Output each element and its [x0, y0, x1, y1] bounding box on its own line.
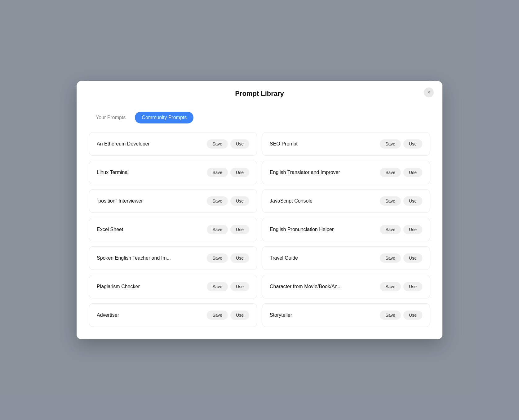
prompt-name: English Translator and Improver [270, 170, 340, 175]
prompt-actions: SaveUse [380, 282, 422, 291]
save-prompt-button[interactable]: Save [380, 168, 401, 177]
save-prompt-button[interactable]: Save [207, 311, 228, 320]
prompt-card: `position` InterviewerSaveUse [89, 189, 257, 213]
close-button[interactable]: × [424, 87, 434, 97]
use-prompt-button[interactable]: Use [230, 225, 249, 234]
prompt-actions: SaveUse [380, 253, 422, 263]
prompts-grid: An Ethereum DeveloperSaveUseSEO PromptSa… [89, 132, 430, 327]
use-prompt-button[interactable]: Use [403, 253, 422, 263]
prompt-card: SEO PromptSaveUse [262, 132, 430, 156]
use-prompt-button[interactable]: Use [403, 311, 422, 320]
prompt-name: JavaScript Console [270, 198, 313, 204]
prompt-actions: SaveUse [207, 225, 249, 234]
save-prompt-button[interactable]: Save [380, 253, 401, 263]
prompt-name: `position` Interviewer [97, 198, 143, 204]
save-prompt-button[interactable]: Save [207, 282, 228, 291]
use-prompt-button[interactable]: Use [403, 196, 422, 206]
prompt-actions: SaveUse [380, 311, 422, 320]
use-prompt-button[interactable]: Use [230, 196, 249, 206]
use-prompt-button[interactable]: Use [403, 282, 422, 291]
prompt-name: Plagiarism Checker [97, 284, 140, 289]
prompt-name: Advertiser [97, 312, 119, 318]
use-prompt-button[interactable]: Use [230, 253, 249, 263]
prompt-name: Linux Terminal [97, 170, 129, 175]
prompt-card: English Translator and ImproverSaveUse [262, 161, 430, 184]
prompt-name: Travel Guide [270, 255, 298, 261]
prompt-card: An Ethereum DeveloperSaveUse [89, 132, 257, 156]
use-prompt-button[interactable]: Use [403, 168, 422, 177]
prompt-name: Character from Movie/Book/An... [270, 284, 342, 289]
prompt-card: English Pronunciation HelperSaveUse [262, 218, 430, 241]
prompt-actions: SaveUse [207, 196, 249, 206]
prompt-actions: SaveUse [380, 168, 422, 177]
save-prompt-button[interactable]: Save [207, 139, 228, 149]
use-prompt-button[interactable]: Use [230, 139, 249, 149]
prompt-actions: SaveUse [380, 225, 422, 234]
save-prompt-button[interactable]: Save [380, 311, 401, 320]
save-prompt-button[interactable]: Save [207, 225, 228, 234]
modal-body: An Ethereum DeveloperSaveUseSEO PromptSa… [77, 128, 442, 339]
prompt-actions: SaveUse [380, 196, 422, 206]
prompt-actions: SaveUse [380, 139, 422, 149]
prompt-name: English Pronunciation Helper [270, 227, 334, 232]
prompt-name: Storyteller [270, 312, 292, 318]
use-prompt-button[interactable]: Use [403, 225, 422, 234]
save-prompt-button[interactable]: Save [207, 168, 228, 177]
prompt-card: Plagiarism CheckerSaveUse [89, 275, 257, 298]
prompt-card: Excel SheetSaveUse [89, 218, 257, 241]
prompt-card: Travel GuideSaveUse [262, 246, 430, 270]
prompt-actions: SaveUse [207, 253, 249, 263]
save-prompt-button[interactable]: Save [207, 196, 228, 206]
save-prompt-button[interactable]: Save [380, 225, 401, 234]
use-prompt-button[interactable]: Use [230, 311, 249, 320]
prompt-name: An Ethereum Developer [97, 141, 150, 147]
prompt-actions: SaveUse [207, 139, 249, 149]
prompt-name: Excel Sheet [97, 227, 123, 232]
modal-header: Prompt Library × [77, 81, 442, 104]
prompt-name: SEO Prompt [270, 141, 298, 147]
prompt-card: Linux TerminalSaveUse [89, 161, 257, 184]
modal-overlay: Prompt Library × Your Prompts Community … [0, 0, 519, 420]
use-prompt-button[interactable]: Use [230, 282, 249, 291]
prompt-card: Spoken English Teacher and Im...SaveUse [89, 246, 257, 270]
prompt-card: Character from Movie/Book/An...SaveUse [262, 275, 430, 298]
prompt-actions: SaveUse [207, 282, 249, 291]
prompt-library-modal: Prompt Library × Your Prompts Community … [77, 81, 442, 339]
use-prompt-button[interactable]: Use [403, 139, 422, 149]
save-prompt-button[interactable]: Save [380, 139, 401, 149]
use-prompt-button[interactable]: Use [230, 168, 249, 177]
prompt-actions: SaveUse [207, 311, 249, 320]
modal-title: Prompt Library [235, 90, 284, 98]
save-prompt-button[interactable]: Save [380, 196, 401, 206]
tab-your-prompts[interactable]: Your Prompts [89, 112, 132, 123]
save-prompt-button[interactable]: Save [207, 253, 228, 263]
prompt-card: JavaScript ConsoleSaveUse [262, 189, 430, 213]
prompt-name: Spoken English Teacher and Im... [97, 255, 171, 261]
prompt-card: AdvertiserSaveUse [89, 303, 257, 327]
tab-community-prompts[interactable]: Community Prompts [135, 112, 193, 123]
prompt-actions: SaveUse [207, 168, 249, 177]
tabs-row: Your Prompts Community Prompts [77, 104, 442, 128]
save-prompt-button[interactable]: Save [380, 282, 401, 291]
prompt-card: StorytellerSaveUse [262, 303, 430, 327]
